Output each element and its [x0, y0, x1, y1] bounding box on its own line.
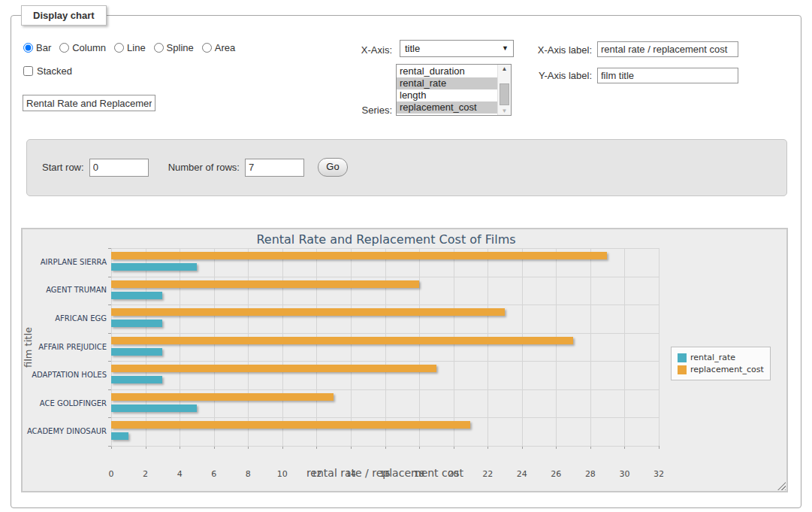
gridline-vertical — [111, 248, 112, 446]
series-option-rental_rate[interactable]: rental_rate — [397, 77, 498, 89]
chart-type-option-spline[interactable]: Spline — [154, 42, 194, 53]
number-of-rows-input[interactable] — [245, 159, 304, 177]
legend-item-rental_rate[interactable]: rental_rate — [678, 353, 764, 362]
gridline-vertical — [146, 248, 146, 446]
y-axis-label-field-label: Y-Axis label: — [533, 70, 592, 81]
y-axis-tick — [108, 304, 111, 305]
legend-swatch-icon — [678, 365, 687, 374]
gridline-vertical — [214, 248, 215, 446]
series-list-label: Series: — [335, 105, 392, 116]
y-axis-tick — [108, 248, 111, 249]
bar-replacement_cost — [111, 365, 436, 372]
chart-type-option-area[interactable]: Area — [202, 42, 235, 53]
y-axis-tick — [108, 277, 111, 277]
bar-rental_rate — [111, 320, 162, 327]
category-label: AFFAIR PREJUDICE — [24, 343, 107, 352]
chart-title-input[interactable] — [23, 95, 155, 111]
x-axis-select-label: X-Axis: — [335, 44, 392, 56]
go-button[interactable]: Go — [318, 158, 348, 177]
x-axis-select[interactable]: title ▼ — [400, 40, 514, 57]
gridline-vertical — [419, 248, 420, 446]
gridline-vertical — [659, 248, 660, 446]
stacked-label: Stacked — [37, 65, 72, 77]
legend-item-replacement_cost[interactable]: replacement_cost — [678, 365, 764, 374]
bar-replacement_cost — [111, 393, 334, 401]
gridline-horizontal — [111, 277, 659, 277]
chart-container: Rental Rate and Replacement Cost of Film… — [21, 228, 788, 492]
scroll-up-icon[interactable]: ▲ — [498, 65, 511, 72]
gridline-vertical — [248, 248, 249, 446]
gridline-vertical — [282, 248, 283, 446]
chart-type-label: Bar — [36, 42, 51, 53]
bar-rental_rate — [111, 348, 162, 356]
legend-label: rental_rate — [690, 353, 735, 362]
panel-legend: Display chart — [21, 5, 107, 26]
bar-replacement_cost — [111, 252, 607, 259]
category-label: ACE GOLDFINGER — [24, 399, 107, 408]
chart-type-option-column[interactable]: Column — [59, 42, 106, 53]
chart-legend: rental_ratereplacement_cost — [671, 347, 771, 380]
gridline-vertical — [454, 248, 454, 446]
y-axis-tick — [108, 333, 111, 334]
gridline-horizontal — [111, 446, 659, 447]
start-row-input[interactable] — [89, 159, 149, 177]
gridline-horizontal — [111, 333, 659, 334]
gridline-vertical — [522, 248, 523, 446]
chart-title: Rental Rate and Replacement Cost of Film… — [23, 232, 750, 247]
y-axis-label-input[interactable] — [597, 68, 738, 83]
series-scrollbar[interactable]: ▲ ▼ — [497, 65, 511, 115]
panel-legend-text: Display chart — [33, 10, 95, 21]
legend-label: replacement_cost — [690, 365, 764, 374]
chart-type-radio-column[interactable] — [59, 43, 69, 53]
x-axis-selected-value: title — [405, 43, 420, 54]
row-range-panel: Start row: Number of rows: Go — [26, 139, 787, 196]
x-axis-tick — [659, 446, 660, 449]
chart-type-radio-line[interactable] — [114, 43, 124, 53]
chart-type-radio-group: BarColumnLineSplineArea — [23, 42, 235, 53]
scroll-down-icon[interactable]: ▼ — [498, 108, 511, 114]
resize-handle-icon[interactable] — [777, 482, 786, 490]
series-options: rental_durationrental_ratelengthreplacem… — [397, 65, 498, 115]
bar-rental_rate — [111, 432, 128, 440]
bar-replacement_cost — [111, 337, 573, 344]
chart-type-radio-area[interactable] — [202, 43, 212, 53]
gridline-vertical — [385, 248, 386, 446]
x-axis-label-input[interactable] — [597, 41, 738, 57]
bar-replacement_cost — [111, 308, 505, 316]
gridline-horizontal — [111, 248, 659, 249]
category-label: AGENT TRUMAN — [24, 286, 107, 295]
stacked-option[interactable]: Stacked — [23, 65, 72, 77]
bar-replacement_cost — [111, 421, 470, 429]
gridline-vertical — [624, 248, 625, 446]
chart-type-label: Spline — [167, 42, 194, 53]
chart-type-radio-spline[interactable] — [154, 43, 164, 53]
series-option-rental_duration[interactable]: rental_duration — [397, 65, 498, 77]
category-label: ADAPTATION HOLES — [24, 371, 107, 380]
chart-type-option-line[interactable]: Line — [114, 42, 146, 53]
chart-type-radio-bar[interactable] — [23, 43, 33, 53]
chart-type-label: Line — [127, 42, 146, 53]
gridline-vertical — [180, 248, 180, 446]
chart-type-label: Area — [215, 42, 235, 53]
display-chart-page: Display chart BarColumnLineSplineArea St… — [0, 0, 812, 512]
x-axis-label-field-label: X-Axis label: — [533, 44, 592, 56]
start-row-label: Start row: — [42, 162, 84, 173]
scrollbar-thumb[interactable] — [500, 83, 509, 105]
series-multiselect[interactable]: rental_durationrental_ratelengthreplacem… — [396, 64, 512, 116]
series-option-replacement_cost[interactable]: replacement_cost — [397, 101, 498, 114]
gridline-vertical — [351, 248, 352, 446]
series-option-length[interactable]: length — [397, 89, 498, 101]
stacked-checkbox[interactable] — [23, 66, 33, 76]
legend-swatch-icon — [678, 353, 687, 362]
gridline-vertical — [556, 248, 557, 446]
gridline-vertical — [488, 248, 488, 446]
bar-replacement_cost — [111, 280, 419, 288]
y-axis-tick — [108, 417, 111, 418]
plot-area: 02468101214161820222426283032AIRPLANE SI… — [111, 248, 659, 446]
chart-type-label: Column — [72, 42, 106, 53]
gridline-horizontal — [111, 361, 659, 362]
x-axis-title: rental rate / replacement cost — [111, 467, 659, 479]
chart-type-option-bar[interactable]: Bar — [23, 42, 51, 53]
gridline-horizontal — [111, 389, 659, 390]
row-range-controls: Start row: Number of rows: Go — [42, 158, 348, 177]
